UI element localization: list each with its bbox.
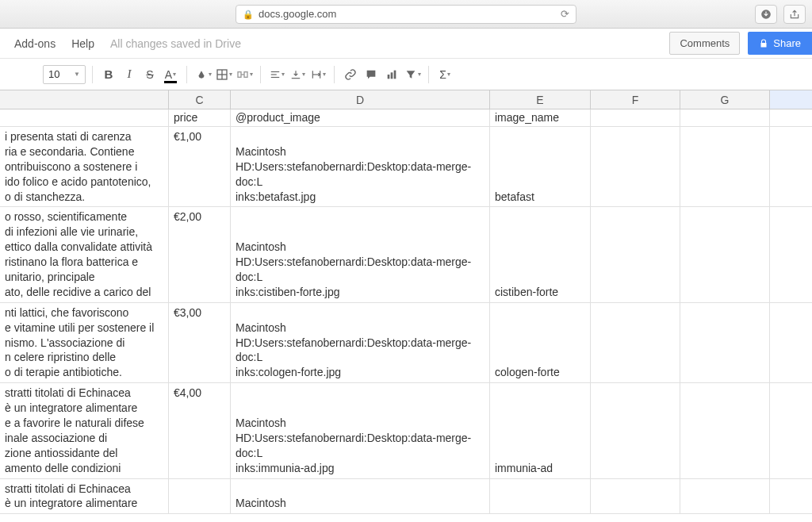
font-size-value: 10 bbox=[48, 68, 59, 80]
separator bbox=[186, 66, 187, 83]
save-status: All changes saved in Drive bbox=[110, 37, 241, 50]
menu-help[interactable]: Help bbox=[63, 33, 102, 55]
browser-downloads-button[interactable] bbox=[755, 5, 777, 24]
menu-bar: Add-ons Help All changes saved in Drive … bbox=[0, 29, 812, 59]
separator bbox=[334, 66, 335, 83]
filter-button[interactable]: ▾ bbox=[403, 64, 422, 85]
menu-addons[interactable]: Add-ons bbox=[6, 33, 63, 55]
insert-comment-button[interactable] bbox=[362, 64, 381, 85]
share-button[interactable]: Share bbox=[748, 32, 812, 55]
bold-button[interactable]: B bbox=[99, 64, 118, 85]
separator bbox=[428, 66, 429, 83]
browser-share-button[interactable] bbox=[783, 5, 806, 24]
lock-icon: 🔒 bbox=[243, 10, 254, 19]
svg-rect-14 bbox=[391, 72, 393, 79]
svg-rect-5 bbox=[244, 71, 247, 77]
text-color-button[interactable]: A▾ bbox=[161, 64, 180, 85]
text-wrap-button[interactable]: ▾ bbox=[308, 64, 327, 85]
lock-icon bbox=[759, 39, 768, 48]
insert-link-button[interactable] bbox=[341, 64, 360, 85]
functions-button[interactable]: Σ▾ bbox=[435, 64, 454, 85]
toolbar: 10 ▼ B I S A▾ ▾ ▾ ▾ ▾ ▾ ▾ ▾ Σ▾ bbox=[0, 59, 812, 90]
separator bbox=[260, 66, 261, 83]
separator bbox=[92, 66, 93, 83]
horizontal-align-button[interactable]: ▾ bbox=[267, 64, 286, 85]
svg-rect-4 bbox=[238, 71, 241, 77]
url-domain: docs.google.com bbox=[259, 8, 336, 20]
browser-address-bar: 🔒docs.google.com ⟳ bbox=[0, 0, 812, 29]
insert-chart-button[interactable] bbox=[382, 64, 401, 85]
url-box[interactable]: 🔒docs.google.com ⟳ bbox=[236, 5, 576, 24]
font-size-select[interactable]: 10 ▼ bbox=[43, 65, 86, 84]
vertical-align-button[interactable]: ▾ bbox=[288, 64, 307, 85]
borders-button[interactable]: ▾ bbox=[214, 64, 233, 85]
italic-button[interactable]: I bbox=[120, 64, 139, 85]
comments-button[interactable]: Comments bbox=[669, 32, 740, 55]
chevron-down-icon: ▼ bbox=[74, 71, 80, 78]
svg-rect-13 bbox=[388, 75, 390, 79]
strikethrough-button[interactable]: S bbox=[140, 64, 159, 85]
share-label: Share bbox=[773, 37, 801, 49]
merge-cells-button[interactable]: ▾ bbox=[235, 64, 254, 85]
svg-rect-15 bbox=[394, 70, 396, 79]
fill-color-button[interactable]: ▾ bbox=[193, 64, 213, 85]
reload-icon[interactable]: ⟳ bbox=[561, 8, 569, 20]
